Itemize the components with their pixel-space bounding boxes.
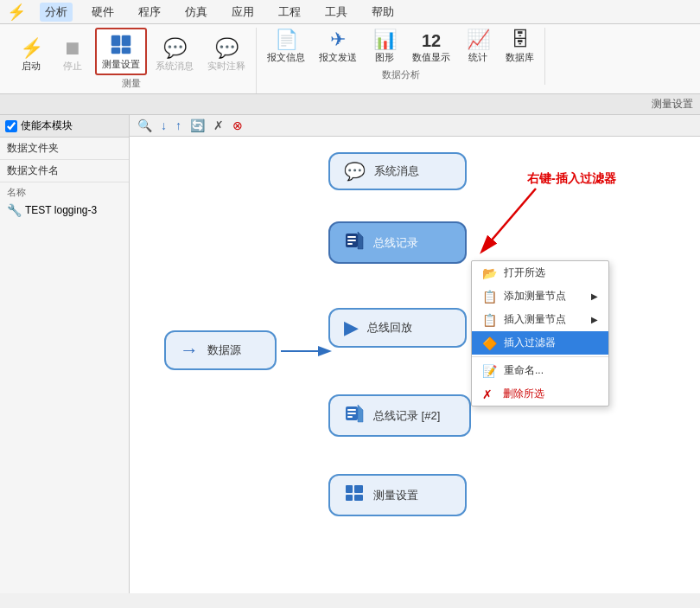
menu-item-project[interactable]: 工程 — [273, 3, 306, 22]
context-menu-add-node[interactable]: 📋 添加测量节点 — [472, 285, 608, 308]
start-label: 启动 — [22, 60, 41, 73]
menu-item-program[interactable]: 程序 — [133, 3, 166, 22]
svg-rect-8 — [347, 243, 353, 245]
menu-item-analysis[interactable]: 分析 — [40, 3, 73, 22]
context-insert-node-label: 插入测量节点 — [504, 312, 566, 327]
stats-button[interactable]: 📈 统计 — [459, 28, 497, 67]
realtime-note-button[interactable]: 💬 实时注释 — [202, 36, 251, 75]
ribbon-group-analysis: 📄 报文信息 ✈ 报文发送 📊 图形 12 数值显示 📈 统计 — [257, 28, 545, 85]
sidebar-name-label: 名称 — [0, 182, 129, 201]
menu-item-app[interactable]: 应用 — [226, 3, 259, 22]
context-open-label: 打开所选 — [504, 266, 545, 280]
measure-settings-label: 测量设置 — [102, 58, 140, 71]
sidebar-header-label: 使能本模块 — [21, 118, 73, 133]
num-display-button[interactable]: 12 数值显示 — [407, 29, 455, 67]
node-bus-log-label: 总线记录 — [373, 235, 418, 251]
svg-line-19 — [484, 189, 536, 249]
svg-rect-15 — [346, 485, 353, 493]
node-bus-log[interactable]: 总线记录 — [328, 221, 467, 264]
menu-item-hardware[interactable]: 硬件 — [86, 3, 119, 22]
msg-info-button[interactable]: 📄 报文信息 — [262, 28, 310, 67]
num-display-icon: 12 — [422, 32, 441, 49]
enable-checkbox[interactable] — [5, 120, 17, 132]
svg-rect-6 — [347, 236, 356, 238]
graph-button[interactable]: 📊 图形 — [366, 28, 404, 67]
menu-item-help[interactable]: 帮助 — [366, 3, 399, 22]
svg-rect-3 — [122, 48, 130, 54]
stop-label: 停止 — [63, 60, 82, 73]
ribbon-buttons-analysis: 📄 报文信息 ✈ 报文发送 📊 图形 12 数值显示 📈 统计 — [262, 28, 539, 67]
graph-icon: 📊 — [373, 30, 397, 49]
menu-bar: ⚡ 分析 硬件 程序 仿真 应用 工程 工具 帮助 — [0, 0, 700, 24]
ribbon-row: ⚡ 启动 ⏹ 停止 测量设置 — [7, 28, 693, 93]
context-menu: 📂 打开所选 📋 添加测量节点 📋 插入测量节点 🔶 插入过滤器 📝 — [471, 260, 609, 406]
test-item-icon: 🔧 — [7, 203, 22, 217]
sys-msg-button[interactable]: 💬 系统消息 — [150, 36, 199, 75]
sidebar-section-filename[interactable]: 数据文件名 — [0, 160, 129, 182]
node-sys-msg[interactable]: 💬 系统消息 — [328, 152, 467, 190]
svg-rect-18 — [354, 495, 363, 501]
measure-group-label: 测量 — [122, 77, 141, 90]
ribbon-group-measure: ⚡ 启动 ⏹ 停止 测量设置 — [7, 28, 257, 93]
node-bus-replay-label: 总线回放 — [367, 320, 412, 336]
canvas-btn-up[interactable]: ↑ — [173, 118, 184, 133]
title-bar: 测量设置 — [0, 94, 700, 115]
msg-send-button[interactable]: ✈ 报文发送 — [314, 28, 362, 67]
context-menu-open[interactable]: 📂 打开所选 — [472, 261, 608, 285]
annotation-label: 右键-插入过滤器 — [527, 171, 616, 187]
node-bus-log-icon — [344, 230, 365, 255]
ribbon-buttons-measure: ⚡ 启动 ⏹ 停止 测量设置 — [12, 28, 251, 75]
realtime-note-icon: 💬 — [215, 39, 239, 58]
realtime-note-label: 实时注释 — [207, 60, 245, 73]
start-button[interactable]: ⚡ 启动 — [12, 36, 50, 75]
canvas-btn-search[interactable]: 🔍 — [135, 118, 155, 133]
sidebar: 使能本模块 数据文件夹 数据文件名 名称 🔧 TEST logging-3 — [0, 115, 130, 593]
svg-rect-13 — [347, 416, 353, 418]
context-open-icon: 📂 — [482, 266, 497, 280]
start-icon: ⚡ — [20, 39, 43, 58]
menu-item-tools[interactable]: 工具 — [320, 3, 353, 22]
context-insert-filter-label: 插入过滤器 — [504, 336, 556, 350]
msg-info-label: 报文信息 — [267, 51, 305, 64]
context-rename-label: 重命名... — [504, 363, 544, 378]
context-add-node-label: 添加测量节点 — [504, 289, 566, 304]
node-measure-setup[interactable]: 测量设置 — [328, 474, 467, 516]
canvas-btn-delete[interactable]: ⊗ — [230, 118, 245, 133]
node-datasource[interactable]: → 数据源 — [164, 330, 277, 370]
svg-rect-16 — [354, 485, 363, 493]
database-button[interactable]: 🗄 数据库 — [500, 28, 539, 67]
node-bus-log2[interactable]: 总线记录 [#2] — [328, 394, 471, 437]
sidebar-header: 使能本模块 — [0, 115, 129, 138]
menu-item-sim[interactable]: 仿真 — [180, 3, 213, 22]
breadcrumb-text: 测量设置 — [652, 98, 693, 110]
node-bus-replay[interactable]: ▶ 总线回放 — [328, 308, 467, 348]
num-display-label: 数值显示 — [412, 51, 450, 64]
canvas-btn-refresh[interactable]: 🔄 — [188, 118, 207, 133]
svg-rect-0 — [111, 35, 120, 46]
canvas-btn-down[interactable]: ↓ — [158, 118, 169, 133]
measure-settings-icon — [109, 32, 133, 56]
datasource-icon: → — [180, 339, 199, 362]
canvas-area: 💬 系统消息 总线记录 → 数据源 — [130, 137, 700, 593]
graph-label: 图形 — [375, 51, 394, 64]
msg-send-icon: ✈ — [330, 30, 346, 49]
canvas-btn-close[interactable]: ✗ — [211, 118, 226, 133]
node-sys-msg-label: 系统消息 — [374, 163, 419, 179]
context-menu-delete[interactable]: ✗ 删除所选 — [472, 382, 608, 406]
database-icon: 🗄 — [511, 30, 530, 49]
sidebar-item-test[interactable]: 🔧 TEST logging-3 — [0, 201, 129, 220]
right-panel: 🔍 ↓ ↑ 🔄 ✗ ⊗ 💬 系统消息 — [130, 115, 700, 593]
context-insert-filter-icon: 🔶 — [482, 336, 497, 350]
main-area: 使能本模块 数据文件夹 数据文件名 名称 🔧 TEST logging-3 🔍 … — [0, 115, 700, 593]
measure-settings-button[interactable]: 测量设置 — [95, 28, 147, 75]
sidebar-section-folder[interactable]: 数据文件夹 — [0, 138, 129, 160]
test-item-label: TEST logging-3 — [25, 204, 97, 216]
ribbon: ⚡ 启动 ⏹ 停止 测量设置 — [0, 24, 700, 94]
context-menu-rename[interactable]: 📝 重命名... — [472, 359, 608, 382]
context-menu-insert-filter[interactable]: 🔶 插入过滤器 — [472, 331, 608, 355]
node-measure-setup-label: 测量设置 — [373, 488, 418, 503]
context-menu-insert-node[interactable]: 📋 插入测量节点 — [472, 308, 608, 331]
stop-button[interactable]: ⏹ 停止 — [54, 36, 92, 75]
stats-icon: 📈 — [467, 30, 490, 49]
datasource-label: 数据源 — [207, 342, 241, 358]
